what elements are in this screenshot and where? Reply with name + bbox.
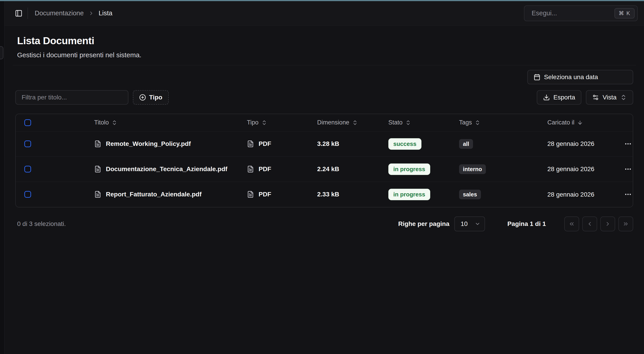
next-page-button[interactable] — [600, 216, 615, 231]
ellipsis-icon — [624, 165, 632, 173]
document-type: PDF — [258, 140, 271, 147]
status-badge: in progress — [388, 163, 430, 175]
settings-sliders-icon — [592, 94, 599, 101]
select-all-checkbox[interactable] — [24, 119, 31, 126]
table-toolbar: Tipo Esporta Vista — [15, 90, 633, 105]
date-picker-button[interactable]: Seleziona una data — [527, 70, 633, 84]
row-actions-button[interactable] — [622, 189, 633, 200]
chevron-left-icon — [586, 221, 593, 227]
column-uploaded-label: Caricato il — [547, 119, 574, 126]
row-actions-button[interactable] — [622, 138, 633, 149]
column-tags-label: Tags — [459, 119, 472, 126]
tag-badge: all — [459, 139, 473, 149]
file-text-icon — [247, 191, 254, 198]
status-badge: success — [388, 138, 422, 150]
ellipsis-icon — [624, 140, 632, 148]
column-title-label: Titolo — [94, 119, 109, 126]
breadcrumb-current: Lista — [99, 10, 112, 17]
export-button[interactable]: Esporta — [537, 90, 582, 105]
column-type-label: Tipo — [247, 119, 258, 126]
column-status-label: Stato — [388, 119, 402, 126]
title-divider — [12, 65, 636, 65]
rows-per-page-select[interactable]: 10 — [454, 216, 485, 231]
selection-count: 0 di 3 selezionati. — [17, 220, 66, 227]
sort-status-header[interactable]: Stato — [388, 119, 459, 126]
row-checkbox[interactable] — [24, 166, 31, 172]
filter-title-input[interactable] — [15, 90, 128, 105]
document-title: Remote_Working_Policy.pdf — [106, 140, 191, 147]
sort-title-header[interactable]: Titolo — [94, 119, 247, 126]
sort-chevrons-icon — [352, 120, 358, 126]
sort-chevrons-icon — [474, 120, 480, 126]
sort-uploaded-header[interactable]: Caricato il — [547, 119, 622, 126]
chevron-right-icon — [88, 10, 94, 16]
uploaded-date: 28 gennaio 2026 — [547, 139, 615, 149]
row-actions-button[interactable] — [622, 164, 633, 175]
file-text-icon — [94, 166, 101, 173]
panel-left-icon — [15, 10, 22, 17]
document-title: Documentazione_Tecnica_Aziendale.pdf — [106, 166, 227, 173]
collapsed-sidebar-rail[interactable] — [0, 1, 4, 354]
table-header-row: Titolo Tipo Dimensione — [16, 114, 633, 131]
chevrons-up-down-icon — [620, 94, 627, 101]
documents-table: Titolo Tipo Dimensione — [15, 114, 633, 207]
sidebar-toggle-button[interactable] — [14, 8, 24, 19]
last-page-button[interactable] — [618, 216, 633, 231]
command-placeholder: Esegui... — [532, 10, 557, 17]
date-picker-label: Seleziona una data — [544, 74, 598, 81]
previous-page-button[interactable] — [582, 216, 597, 231]
file-text-icon — [94, 140, 101, 147]
sort-chevrons-icon — [261, 120, 267, 126]
uploaded-date: 28 gennaio 2026 — [547, 164, 615, 174]
circle-plus-icon — [139, 94, 146, 101]
table-row: Documentazione_Tecnica_Aziendale.pdf PDF… — [16, 156, 633, 182]
view-options-label: Vista — [602, 94, 616, 101]
type-filter-label: Tipo — [149, 94, 162, 101]
export-label: Esporta — [554, 94, 575, 101]
chevrons-left-icon — [568, 221, 575, 227]
app-screen: Documentazione Lista Esegui... ⌘ K Lista… — [0, 0, 644, 354]
column-size-label: Dimensione — [317, 119, 349, 126]
download-icon — [543, 94, 550, 101]
status-badge: in progress — [388, 189, 430, 200]
document-title: Report_Fatturato_Aziendale.pdf — [106, 191, 202, 198]
calendar-icon — [534, 74, 540, 81]
file-text-icon — [247, 140, 254, 147]
tag-badge: interno — [459, 164, 486, 174]
table-row: Report_Fatturato_Aziendale.pdf PDF 2.33 … — [16, 182, 633, 207]
document-size: 3.28 kB — [317, 140, 339, 147]
top-bar: Documentazione Lista Esegui... ⌘ K — [4, 1, 644, 26]
file-text-icon — [94, 191, 101, 198]
row-checkbox[interactable] — [24, 140, 31, 147]
table-footer: 0 di 3 selezionati. Righe per pagina 10 … — [15, 216, 633, 231]
view-options-button[interactable]: Vista — [586, 90, 633, 105]
uploaded-date: 28 gennaio 2026 — [547, 190, 615, 199]
tag-badge: sales — [459, 190, 481, 199]
arrow-down-icon — [577, 120, 583, 126]
sidebar-rail-handle[interactable] — [0, 46, 4, 59]
document-type: PDF — [258, 166, 271, 173]
page-subtitle: Gestisci i documenti presenti nel sistem… — [17, 51, 633, 59]
document-size: 2.33 kB — [317, 191, 339, 198]
ellipsis-icon — [624, 191, 632, 198]
sort-tags-header[interactable]: Tags — [459, 119, 547, 126]
document-type: PDF — [258, 191, 271, 198]
type-filter-button[interactable]: Tipo — [133, 90, 169, 105]
rows-per-page-value: 10 — [461, 220, 468, 227]
breadcrumb-parent[interactable]: Documentazione — [35, 10, 84, 17]
rows-per-page-label: Righe per pagina — [398, 220, 450, 227]
file-text-icon — [247, 166, 254, 173]
sort-type-header[interactable]: Tipo — [247, 119, 317, 126]
sort-chevrons-icon — [405, 120, 411, 126]
chevron-right-icon — [604, 221, 611, 227]
command-kbd-shortcut: ⌘ K — [614, 8, 634, 19]
row-checkbox[interactable] — [24, 191, 31, 198]
breadcrumb: Documentazione Lista — [35, 10, 112, 17]
first-page-button[interactable] — [564, 216, 579, 231]
command-palette-trigger[interactable]: Esegui... ⌘ K — [524, 6, 638, 21]
document-size: 2.24 kB — [317, 166, 339, 172]
sort-size-header[interactable]: Dimensione — [317, 119, 388, 126]
page-title: Lista Documenti — [17, 35, 633, 47]
chevrons-right-icon — [622, 221, 629, 227]
header-separator — [28, 8, 28, 19]
